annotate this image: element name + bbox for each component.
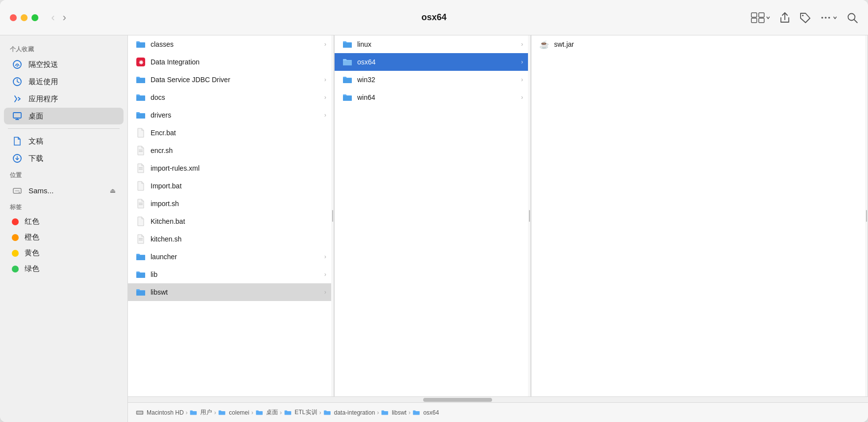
tag-button[interactable]	[799, 12, 811, 24]
column-1: classes › ❋ Data Integration Data Servi	[128, 35, 335, 396]
sidebar-item-documents[interactable]: 文稿	[4, 133, 124, 150]
file-icon	[136, 234, 146, 244]
forward-button[interactable]: ›	[60, 9, 69, 26]
resize-dots	[529, 210, 530, 222]
breadcrumb-item[interactable]: 桌面	[255, 408, 278, 417]
svg-point-4	[802, 15, 804, 16]
folder-icon	[189, 410, 197, 416]
orange-tag-dot	[12, 234, 19, 241]
file-icon	[136, 146, 146, 155]
list-item[interactable]: Kitchen.bat	[128, 212, 334, 230]
list-item[interactable]: Encr.bat	[128, 124, 334, 142]
breadcrumb-item[interactable]: Macintosh HD	[136, 409, 184, 416]
sidebar-item-airdrop[interactable]: 隔空投送	[4, 56, 124, 73]
list-item[interactable]: classes ›	[128, 35, 334, 53]
bc-sep: ›	[186, 409, 187, 416]
list-item[interactable]: import-rules.xml	[128, 159, 334, 177]
folder-icon	[381, 410, 389, 416]
list-item[interactable]: Import.bat	[128, 177, 334, 195]
back-button[interactable]: ‹	[48, 9, 58, 26]
column-resize-handle-3[interactable]	[865, 35, 868, 396]
svg-point-7	[828, 17, 830, 19]
eject-icon[interactable]: ⏏	[110, 187, 116, 194]
sidebar-item-orange[interactable]: 橙色	[4, 230, 124, 245]
file-name: lib	[151, 271, 319, 278]
scroll-thumb[interactable]	[423, 398, 492, 402]
sidebar-item-apps[interactable]: 应用程序	[4, 90, 124, 107]
sidebar-item-desktop[interactable]: 桌面	[4, 108, 124, 124]
sidebar-item-downloads[interactable]: 下载	[4, 150, 124, 167]
bc-label: libswt	[392, 409, 406, 416]
sidebar-item-recent[interactable]: 最近使用	[4, 73, 124, 90]
view-options-button[interactable]	[751, 12, 771, 24]
drive-icon	[12, 185, 23, 196]
sidebar-item-label: 文稿	[29, 137, 43, 146]
sidebar-item-red[interactable]: 红色	[4, 214, 124, 229]
data-integration-icon: ❋	[136, 57, 146, 67]
breadcrumb-item[interactable]: ETL实训	[284, 408, 317, 417]
chevron-right-icon: ›	[324, 289, 326, 296]
search-button[interactable]	[846, 12, 858, 24]
sidebar-item-green[interactable]: 绿色	[4, 261, 124, 276]
list-item[interactable]: docs ›	[128, 89, 334, 106]
sidebar-divider-1	[8, 128, 120, 129]
file-name: Data Service JDBC Driver	[151, 76, 319, 84]
maximize-button[interactable]	[31, 14, 38, 21]
folder-icon	[136, 92, 146, 102]
share-button[interactable]	[779, 12, 790, 24]
folder-icon	[323, 410, 331, 416]
bc-label: data-integration	[334, 409, 375, 416]
more-button[interactable]	[820, 12, 837, 24]
bc-label: ETL实训	[295, 408, 317, 417]
file-name: drivers	[151, 111, 319, 119]
breadcrumb-item[interactable]: libswt	[381, 409, 406, 416]
list-item[interactable]: ❋ Data Integration	[128, 53, 334, 71]
column-resize-handle-2[interactable]	[528, 35, 531, 396]
breadcrumb-item[interactable]: 用户	[189, 408, 212, 417]
sidebar-item-samsung[interactable]: Sams... ⏏	[4, 182, 124, 199]
file-icon	[136, 181, 146, 191]
toolbar-right	[751, 12, 858, 24]
horizontal-scrollbar[interactable]	[128, 396, 868, 402]
sidebar-section-favorites: 个人收藏	[0, 41, 127, 56]
sidebar: 个人收藏 隔空投送 最近使用 应用程序	[0, 35, 128, 422]
file-name: import-rules.xml	[151, 164, 326, 172]
minimize-button[interactable]	[21, 14, 28, 21]
list-item[interactable]: linux ›	[335, 35, 531, 53]
svg-point-6	[825, 17, 827, 19]
bc-label: Macintosh HD	[147, 409, 184, 416]
jar-icon: ☕	[539, 39, 549, 49]
close-button[interactable]	[10, 14, 17, 21]
list-item[interactable]: lib ›	[128, 266, 334, 283]
list-item[interactable]: drivers ›	[128, 106, 334, 124]
folder-icon	[412, 410, 420, 416]
folder-icon	[136, 110, 146, 120]
window-controls	[10, 14, 38, 21]
list-item[interactable]: encr.sh	[128, 142, 334, 159]
breadcrumb-item[interactable]: colemei	[218, 409, 249, 416]
file-name: Encr.bat	[151, 129, 326, 137]
file-name: Data Integration	[151, 58, 326, 66]
list-item[interactable]: win64 ›	[335, 89, 531, 106]
file-icon	[136, 199, 146, 209]
list-item[interactable]: Data Service JDBC Driver ›	[128, 71, 334, 89]
chevron-right-icon: ›	[521, 76, 523, 83]
bc-label: 桌面	[266, 408, 278, 417]
sidebar-item-label: 最近使用	[29, 77, 58, 87]
list-item[interactable]: osx64 ›	[335, 53, 531, 71]
file-name: import.sh	[151, 200, 326, 208]
list-item[interactable]: win32 ›	[335, 71, 531, 89]
list-item[interactable]: ☕ swt.jar	[531, 35, 868, 53]
list-item[interactable]: launcher ›	[128, 248, 334, 266]
breadcrumb-item[interactable]: data-integration	[323, 409, 375, 416]
breadcrumb-item[interactable]: osx64	[412, 409, 439, 416]
chevron-right-icon: ›	[521, 41, 523, 48]
list-item[interactable]: import.sh	[128, 195, 334, 212]
bc-label: colemei	[229, 409, 249, 416]
folder-icon	[342, 75, 352, 85]
folder-icon	[342, 92, 352, 102]
sidebar-item-yellow[interactable]: 黄色	[4, 245, 124, 261]
list-item[interactable]: libswt ›	[128, 283, 334, 301]
list-item[interactable]: kitchen.sh	[128, 230, 334, 248]
column-resize-handle-1[interactable]	[331, 35, 334, 396]
